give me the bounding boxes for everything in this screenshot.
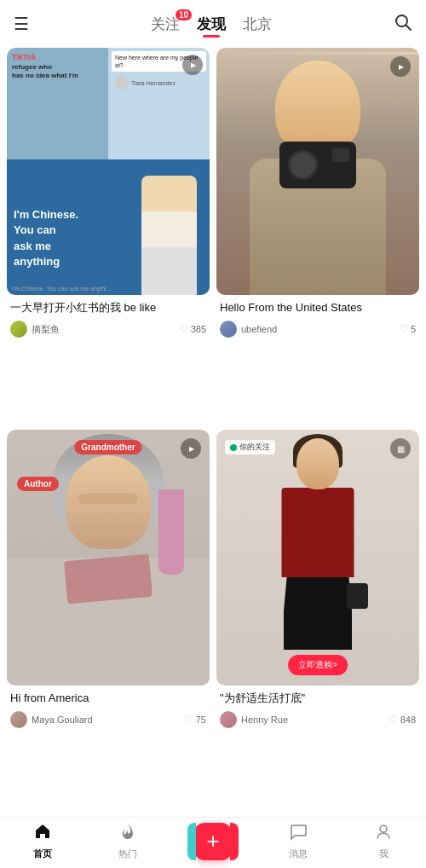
- heart-icon-card1: ♡: [179, 323, 188, 335]
- following-text: 你的关注: [239, 442, 270, 453]
- home-icon: [33, 822, 52, 845]
- card1-meta: 摘梨鱼 ♡ 385: [10, 321, 206, 338]
- card4-avatar: [220, 711, 237, 728]
- bottom-navigation: 首页 热门 + 消息 我: [0, 817, 426, 868]
- card2-user: ubefiend: [220, 321, 277, 338]
- card1-avatar: [10, 321, 27, 338]
- card3-avatar: [10, 711, 27, 728]
- card2-footer: Hello From the United States ubefiend ♡ …: [216, 295, 419, 341]
- heart-icon-card3: ♡: [184, 714, 193, 726]
- card2-meta: ubefiend ♡ 5: [220, 321, 416, 338]
- tab-location[interactable]: 北京: [243, 14, 272, 34]
- card2-username: ubefiend: [241, 324, 277, 334]
- following-badge: 10: [176, 9, 192, 20]
- card1-sub-text: I'm Chinese. You can ask me anythi...: [12, 286, 112, 292]
- nav-messages[interactable]: 消息: [277, 822, 320, 860]
- card2-like-count: 5: [411, 324, 416, 334]
- card1-likes: ♡ 385: [179, 323, 206, 335]
- card1-like-count: 385: [191, 324, 206, 334]
- nav-messages-label: 消息: [289, 848, 308, 860]
- card-fashion[interactable]: 你的关注 ▦ 立即透购> "为舒适生活打底" Henny Rue ♡ 848: [216, 430, 419, 813]
- card1-image: TikTok refugee whohas no idea what I'm N…: [7, 48, 210, 295]
- card4-like-count: 848: [400, 715, 416, 725]
- following-badge-card4: 你的关注: [225, 440, 275, 454]
- nav-profile-label: 我: [379, 848, 389, 860]
- card3-username: Maya Gouliard: [32, 715, 93, 725]
- tab-following[interactable]: 关注 10: [151, 14, 180, 34]
- menu-icon[interactable]: ☰: [14, 14, 29, 34]
- nav-profile[interactable]: 我: [362, 822, 405, 860]
- card1-footer: 一大早打开小红书的我 be like 摘梨鱼 ♡ 385: [7, 295, 210, 341]
- card4-meta: Henny Rue ♡ 848: [220, 711, 416, 728]
- card-hello-usa[interactable]: Hello From the United States ubefiend ♡ …: [216, 48, 419, 423]
- card1-username: 摘梨鱼: [32, 323, 60, 336]
- card3-footer: Hi from America Maya Gouliard ♡ 75: [7, 686, 210, 732]
- card4-username: Henny Rue: [241, 715, 288, 725]
- card4-image: 你的关注 ▦ 立即透购>: [216, 430, 419, 686]
- nav-tabs: 关注 10 发现 北京: [151, 14, 272, 34]
- nav-plus[interactable]: +: [192, 823, 234, 860]
- following-dot: [230, 444, 237, 451]
- play-button-card2[interactable]: [390, 56, 411, 77]
- play-button-card3[interactable]: [181, 438, 201, 459]
- tab-discover-label: 发现: [197, 16, 226, 32]
- heart-icon-card2: ♡: [399, 323, 408, 335]
- nav-right: [394, 13, 412, 36]
- card1-title: 一大早打开小红书的我 be like: [10, 300, 206, 315]
- messages-icon: [289, 822, 308, 845]
- heart-icon-card4: ♡: [389, 714, 398, 726]
- card3-image: Grandmother Author: [7, 430, 210, 686]
- card3-title: Hi from America: [10, 691, 206, 706]
- tab-location-label: 北京: [243, 16, 272, 32]
- nav-hot[interactable]: 热门: [106, 822, 149, 860]
- svg-line-1: [406, 25, 412, 30]
- plus-button[interactable]: +: [194, 823, 232, 860]
- tab-discover[interactable]: 发现: [197, 14, 226, 34]
- card4-footer: "为舒适生活打底" Henny Rue ♡ 848: [216, 686, 419, 732]
- tab-following-label: 关注: [151, 16, 180, 32]
- plus-icon: +: [206, 828, 219, 854]
- card2-image: [216, 48, 419, 295]
- nav-home[interactable]: 首页: [21, 822, 64, 860]
- stats-icon-card4[interactable]: ▦: [390, 438, 411, 459]
- author-badge: Author: [17, 477, 59, 491]
- card1-user: 摘梨鱼: [10, 321, 60, 338]
- card2-avatar: [220, 321, 237, 338]
- hot-icon: [118, 822, 137, 845]
- nav-home-label: 首页: [33, 848, 52, 860]
- nav-left: ☰: [14, 14, 29, 34]
- card3-like-count: 75: [196, 715, 206, 725]
- card4-likes: ♡ 848: [389, 714, 416, 726]
- card3-likes: ♡ 75: [184, 714, 206, 726]
- card4-title: "为舒适生活打底": [220, 691, 416, 706]
- card3-user: Maya Gouliard: [10, 711, 93, 728]
- buy-button[interactable]: 立即透购>: [288, 655, 348, 675]
- card4-user: Henny Rue: [220, 711, 288, 728]
- svg-point-2: [380, 825, 387, 832]
- card2-title: Hello From the United States: [220, 300, 416, 315]
- play-button-card1[interactable]: [182, 55, 203, 75]
- card-hi-america[interactable]: Grandmother Author Hi from America Maya …: [7, 430, 210, 813]
- card3-meta: Maya Gouliard ♡ 75: [10, 711, 206, 728]
- content-grid: TikTok refugee whohas no idea what I'm N…: [0, 44, 426, 817]
- card-tiktok-refugee[interactable]: TikTok refugee whohas no idea what I'm N…: [7, 48, 210, 423]
- search-icon[interactable]: [394, 13, 412, 36]
- profile-icon: [374, 822, 393, 845]
- grandmother-badge: Grandmother: [74, 440, 141, 454]
- top-navigation: ☰ 关注 10 发现 北京: [0, 0, 426, 44]
- nav-hot-label: 热门: [118, 848, 137, 860]
- card2-likes: ♡ 5: [399, 323, 416, 335]
